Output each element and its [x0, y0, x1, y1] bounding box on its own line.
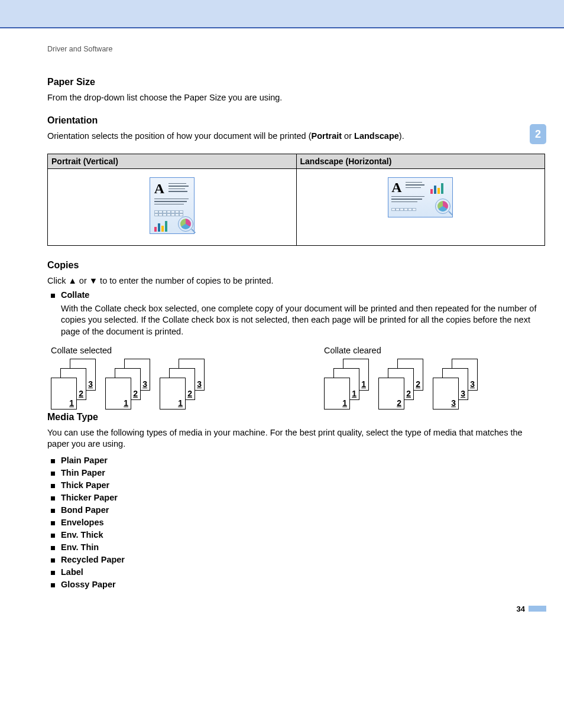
stack-sheet-number: 1 — [178, 398, 183, 408]
media-type-label: Glossy Paper — [61, 580, 116, 589]
media-type-item: Thin Paper — [47, 468, 545, 477]
stack-sheet-number: 1 — [352, 389, 356, 398]
orientation-cell-portrait: A — [48, 168, 297, 245]
orientation-bold-landscape: Landscape — [354, 131, 399, 141]
collate-cleared-block: Collate cleared 111222333 — [324, 346, 479, 410]
bullet-square-icon — [51, 521, 55, 525]
bullet-collate: Collate — [47, 290, 545, 300]
orientation-text-post: ). — [399, 131, 404, 141]
page-stack: 333 — [433, 359, 479, 410]
collate-cleared-stacks: 111222333 — [324, 359, 479, 410]
orientation-th-landscape: Landscape (Horizontal) — [296, 154, 545, 168]
stack-sheet-number: 1 — [124, 398, 128, 408]
media-type-item: Env. Thin — [47, 542, 545, 552]
stack-sheet: 3 — [433, 378, 459, 410]
heading-media-type: Media Type — [47, 412, 545, 422]
media-type-label: Thicker Paper — [61, 493, 118, 502]
media-type-label: Plain Paper — [61, 456, 108, 465]
orientation-bold-portrait: Portrait — [312, 131, 342, 141]
page-number: 34 — [517, 604, 525, 613]
media-type-label: Bond Paper — [61, 505, 109, 515]
stack-sheet-number: 2 — [187, 389, 192, 398]
stack-sheet: 1 — [105, 378, 131, 410]
body-paper-size: From the drop-down list choose the Paper… — [47, 92, 545, 103]
bullet-square-icon — [51, 546, 55, 550]
page-content: Driver and Software Paper Size From the … — [0, 45, 564, 589]
orientation-text-pre: Orientation selects the position of how … — [47, 131, 312, 141]
stack-sheet: 1 — [51, 378, 77, 410]
collate-selected-stacks: 123123123 — [51, 359, 206, 410]
page-stack: 111 — [324, 359, 370, 410]
page-stack: 222 — [378, 359, 424, 410]
bullet-square-icon — [51, 294, 55, 298]
stack-sheet-number: 2 — [133, 389, 138, 398]
stack-sheet-number: 2 — [79, 389, 83, 398]
bullet-square-icon — [51, 459, 55, 463]
bullet-square-icon — [51, 558, 55, 563]
heading-orientation: Orientation — [47, 115, 545, 126]
bullet-square-icon — [51, 534, 55, 538]
collate-cleared-label: Collate cleared — [324, 346, 479, 355]
page-stack: 123 — [105, 359, 151, 410]
page-stack: 123 — [51, 359, 97, 410]
bullet-square-icon — [51, 571, 55, 575]
bullet-square-icon — [51, 484, 55, 488]
stack-sheet-number: 3 — [142, 379, 147, 389]
stack-sheet-number: 3 — [451, 398, 456, 408]
stack-sheet-number: 1 — [361, 379, 366, 389]
heading-paper-size: Paper Size — [47, 77, 545, 87]
bullet-square-icon — [51, 496, 55, 500]
breadcrumb: Driver and Software — [47, 45, 545, 53]
stack-sheet-number: 2 — [406, 389, 411, 398]
top-header-band — [0, 0, 564, 28]
bullet-square-icon — [51, 472, 55, 476]
body-orientation: Orientation selects the position of how … — [47, 131, 545, 142]
orientation-text-mid: or — [342, 131, 354, 141]
media-type-label: Label — [61, 567, 83, 577]
bullet-square-icon — [51, 583, 55, 587]
footer-bar-icon — [529, 606, 546, 612]
body-copies: Click ▲ or ▼ to to enter the number of c… — [47, 275, 545, 287]
media-type-label: Thick Paper — [61, 480, 109, 490]
media-type-label: Recycled Paper — [61, 555, 125, 564]
stack-sheet-number: 3 — [197, 379, 202, 389]
orientation-table: Portrait (Vertical) Landscape (Horizonta… — [47, 154, 545, 246]
media-type-label: Env. Thin — [61, 542, 99, 552]
media-type-item: Env. Thick — [47, 530, 545, 540]
stack-sheet-number: 1 — [69, 398, 74, 408]
stack-sheet-number: 2 — [416, 379, 420, 389]
collate-label: Collate — [61, 290, 89, 300]
stack-sheet-number: 2 — [397, 398, 401, 408]
orientation-cell-landscape: A — [296, 168, 545, 245]
stack-sheet-number: 3 — [470, 379, 475, 389]
media-type-list: Plain PaperThin PaperThick PaperThicker … — [47, 456, 545, 589]
body-media-type: You can use the following types of media… — [47, 427, 545, 450]
stack-sheet: 1 — [324, 378, 350, 410]
stack-sheet: 1 — [160, 378, 186, 410]
stack-sheet-number: 3 — [88, 379, 93, 389]
media-type-label: Envelopes — [61, 518, 104, 527]
page-footer: 34 — [0, 604, 564, 625]
collate-diagrams-row: Collate selected 123123123 Collate clear… — [51, 346, 545, 410]
media-type-item: Recycled Paper — [47, 555, 545, 564]
portrait-page-icon: A — [150, 177, 195, 234]
media-type-item: Label — [47, 567, 545, 577]
media-type-item: Thicker Paper — [47, 493, 545, 502]
media-type-label: Thin Paper — [61, 468, 105, 477]
stack-sheet: 2 — [378, 378, 404, 410]
stack-sheet-number: 1 — [342, 398, 347, 408]
page-stack: 123 — [160, 359, 206, 410]
stack-sheet-number: 3 — [461, 389, 465, 398]
media-type-item: Glossy Paper — [47, 580, 545, 589]
media-type-item: Thick Paper — [47, 480, 545, 490]
bullet-square-icon — [51, 509, 55, 513]
media-type-item: Envelopes — [47, 518, 545, 527]
media-type-item: Bond Paper — [47, 505, 545, 515]
landscape-page-icon: A — [388, 177, 453, 217]
heading-copies: Copies — [47, 260, 545, 271]
collate-body: With the Collate check box selected, one… — [61, 303, 545, 338]
chapter-tab: 2 — [530, 124, 546, 144]
collate-selected-block: Collate selected 123123123 — [51, 346, 206, 410]
media-type-label: Env. Thick — [61, 530, 103, 540]
media-type-item: Plain Paper — [47, 456, 545, 465]
